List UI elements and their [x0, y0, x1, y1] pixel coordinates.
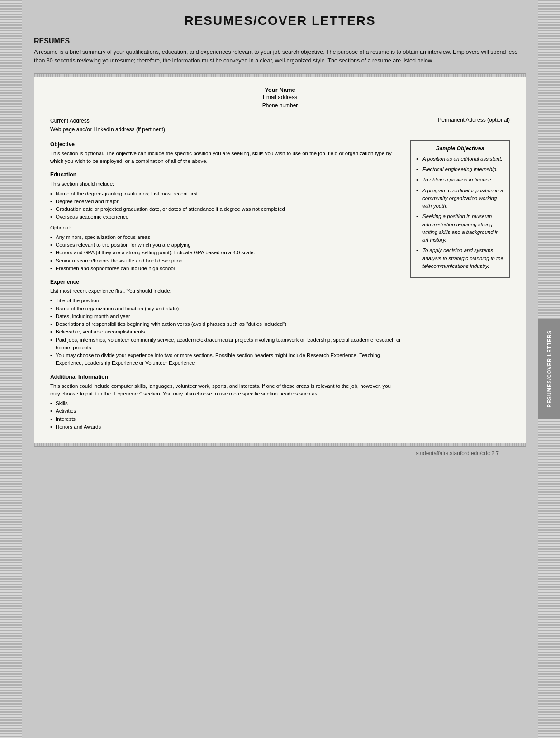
resumes-heading: RESUMES	[34, 37, 526, 45]
additional-title: Additional Information	[50, 373, 401, 381]
current-address-label: Current Address	[50, 117, 165, 125]
add-bullet-3: Interests	[50, 415, 401, 423]
exp-bullet-3: Dates, including month and year	[50, 313, 401, 320]
education-bullets: Name of the degree-granting institutions…	[50, 190, 401, 221]
footer-line: studentaffairs.stanford.edu/cdc 2 7	[34, 450, 526, 457]
edu-opt-bullet-5: Freshmen and sophomores can include high…	[50, 265, 401, 272]
exp-bullet-2: Name of the organization and location (c…	[50, 305, 401, 313]
edu-bullet-1: Name of the degree-granting institutions…	[50, 190, 401, 198]
exp-bullet-7: You may choose to divide your experience…	[50, 352, 401, 367]
vertical-tab: RESUMES/COVER LETTERS	[538, 319, 560, 419]
page-title: RESUMES/COVER LETTERS	[34, 14, 526, 28]
email-line: Email address	[50, 93, 510, 101]
additional-bullets: Skills Activities Interests Honors and A…	[50, 400, 401, 431]
add-bullet-2: Activities	[50, 407, 401, 415]
left-decorative-strip	[0, 0, 22, 738]
doc-bottom-bar	[34, 443, 526, 446]
doc-header: Your Name Email address Phone number	[50, 86, 510, 110]
edu-opt-bullet-4: Senior research/honors thesis title and …	[50, 257, 401, 265]
edu-opt-bullet-1: Any minors, specialization or focus area…	[50, 233, 401, 241]
sample-objectives-box: Sample Objectives A position as an edito…	[410, 140, 510, 278]
edu-opt-bullet-3: Honors and GPA (if they are a strong sel…	[50, 249, 401, 257]
your-name: Your Name	[50, 86, 510, 93]
page-wrapper: RESUMES/COVER LETTERS RESUMES/COVER LETT…	[0, 0, 560, 738]
vertical-tab-text: RESUMES/COVER LETTERS	[546, 330, 552, 408]
objective-title: Objective	[50, 140, 401, 148]
doc-sidebar: Sample Objectives A position as an edito…	[410, 140, 510, 433]
sample-obj-5: Seeking a position in museum administrat…	[416, 213, 504, 244]
edu-bullet-2: Degree received and major	[50, 198, 401, 205]
edu-bullet-3: Graduation date or projected graduation …	[50, 205, 401, 213]
sample-objectives-list: A position as an editorial assistant. El…	[416, 155, 504, 270]
exp-bullet-1: Title of the position	[50, 297, 401, 305]
web-address-line: Web page and/or LinkedIn address (if per…	[50, 125, 165, 134]
add-bullet-1: Skills	[50, 400, 401, 407]
current-address-block: Current Address Web page and/or LinkedIn…	[50, 117, 165, 134]
education-intro: This section should include:	[50, 180, 401, 188]
edu-bullet-4: Overseas academic experience	[50, 213, 401, 221]
resumes-intro: A resume is a brief summary of your qual…	[34, 48, 526, 65]
resume-document-box: Your Name Email address Phone number Cur…	[34, 73, 526, 447]
objective-text: This section is optional. The objective …	[50, 150, 401, 166]
additional-text: This section could include computer skil…	[50, 382, 401, 398]
edu-opt-bullet-2: Courses relevant to the position for whi…	[50, 241, 401, 249]
sample-obj-6: To apply decision and systems analysis t…	[416, 247, 504, 270]
phone-line: Phone number	[50, 101, 510, 110]
optional-label: Optional:	[50, 224, 401, 232]
permanent-address-label: Permanent Address (optional)	[438, 117, 510, 134]
sample-objectives-title: Sample Objectives	[416, 145, 504, 152]
sample-obj-3: To obtain a position in finance.	[416, 176, 504, 184]
experience-intro: List most recent experience first. You s…	[50, 287, 401, 295]
exp-bullet-5: Believable, verifiable accomplishments	[50, 328, 401, 336]
education-optional-bullets: Any minors, specialization or focus area…	[50, 233, 401, 272]
doc-address-row: Current Address Web page and/or LinkedIn…	[50, 117, 510, 134]
experience-bullets: Title of the position Name of the organi…	[50, 297, 401, 367]
sample-obj-4: A program coordinator position in a comm…	[416, 187, 504, 210]
right-decorative-strip: RESUMES/COVER LETTERS	[538, 0, 560, 738]
doc-top-bar	[34, 74, 526, 77]
exp-bullet-4: Descriptions of responsibilities beginni…	[50, 320, 401, 328]
exp-bullet-6: Paid jobs, internships, volunteer commun…	[50, 336, 401, 352]
sample-obj-2: Electrical engineering internship.	[416, 166, 504, 173]
experience-title: Experience	[50, 278, 401, 286]
main-content: RESUMES/COVER LETTERS RESUMES A resume i…	[25, 0, 535, 470]
doc-body: Objective This section is optional. The …	[50, 140, 510, 433]
education-title: Education	[50, 171, 401, 179]
doc-main-column: Objective This section is optional. The …	[50, 140, 401, 433]
sample-obj-1: A position as an editorial assistant.	[416, 155, 504, 163]
add-bullet-4: Honors and Awards	[50, 423, 401, 431]
